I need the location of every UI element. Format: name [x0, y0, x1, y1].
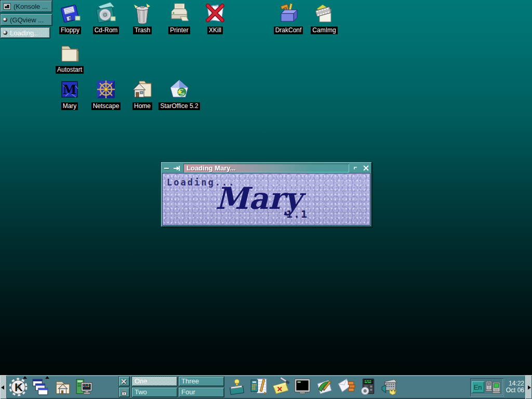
logout-button[interactable] [118, 376, 130, 387]
panel-launchers [228, 377, 399, 397]
desktop-icon-drakconf[interactable]: DrakConf [270, 2, 307, 34]
lock-screen-button[interactable] [118, 387, 130, 397]
help-book-icon [228, 377, 246, 396]
window-list-taskbar: (Konsole ... (GQview ... Loading... [0, 0, 52, 38]
desktop-icon-label: Cd-Rom [93, 26, 119, 34]
bullet-icon [3, 31, 7, 35]
logout-x-icon [121, 378, 128, 385]
ship-wheel-icon [95, 78, 117, 101]
keyboard-layout-indicator[interactable]: En [472, 381, 484, 393]
mail-button[interactable] [337, 377, 355, 397]
panel-hide-right-button[interactable] [525, 375, 532, 399]
floppy-icon [59, 2, 82, 25]
taskbar-item-label: (Konsole ... [14, 3, 48, 10]
desktop: (Konsole ... (GQview ... Loading... Flop… [0, 0, 532, 399]
desktop-icon-label: DrakConf [274, 26, 303, 34]
pager-desktop-three[interactable]: Three [178, 376, 224, 387]
sticky-pin-icon[interactable] [172, 164, 181, 172]
bullet-icon [3, 18, 7, 22]
desktop-icon-label: Netscape [91, 102, 121, 110]
folder-icon [58, 42, 81, 64]
arrow-right-icon [528, 385, 531, 390]
desktop-icon-netscape[interactable]: Netscape [88, 78, 124, 110]
window-title: Loading Mary... [183, 164, 349, 172]
desktop-icon-mary[interactable]: M Mary [51, 78, 88, 110]
menu-up-arrow-icon [23, 376, 27, 379]
desktop-icon-printer[interactable]: Printer [161, 2, 197, 34]
terminal-icon [3, 3, 11, 10]
clock-date: Oct 06 [506, 387, 524, 394]
editor-quill-icon [315, 377, 334, 396]
version-text: 1.1 [286, 208, 308, 220]
taskbar-item-konsole[interactable]: (Konsole ... [0, 0, 52, 12]
printer-icon [168, 2, 191, 25]
desktop-icon-label: Printer [168, 26, 190, 34]
home-folder-icon [54, 378, 72, 396]
editor-button[interactable] [315, 377, 334, 397]
desktop-icon-camimg[interactable]: CamImg [306, 2, 342, 34]
splash-content: Loading... Mary 1.1 [162, 173, 370, 225]
notes-button[interactable] [271, 377, 290, 397]
konsole-icon [293, 377, 312, 396]
desktop-icon-floppy[interactable]: Floppy [52, 2, 88, 34]
taskbar-item-label: Loading... [10, 29, 39, 37]
app-name-text: Mary [163, 181, 354, 216]
desktop-icon-label: StarOffice 5.2 [158, 102, 200, 110]
toolbox-icon [277, 2, 300, 25]
desktop-icon-staroffice[interactable]: StarOffice 5.2 [156, 78, 203, 110]
calculator-button[interactable] [249, 377, 268, 397]
menu-up-arrow-icon [45, 376, 49, 379]
taskbar-item-loading[interactable]: Loading... [0, 27, 50, 38]
desktop-icon-cdrom[interactable]: Cd-Rom [88, 2, 124, 34]
desktop-icon-label: Mary [61, 102, 78, 110]
panel-clock[interactable]: 14:22 Oct 06 [506, 380, 524, 394]
tray-frame: En [470, 378, 503, 396]
home-directory-button[interactable] [52, 377, 73, 397]
desktop-icon-label: XKill [207, 26, 223, 34]
calculator-icon [249, 377, 268, 396]
mini-button-column [118, 376, 130, 397]
k-menu-icon: K [9, 378, 28, 396]
staroffice-house-icon [168, 78, 191, 101]
mail-icon [337, 377, 355, 396]
taskbar-item-gqview[interactable]: (GQview ... [0, 14, 52, 26]
desktop-icon-autostart[interactable]: Autostart [51, 42, 88, 74]
k-menu-button[interactable]: K [8, 377, 29, 397]
pager-desktop-two[interactable]: Two [131, 387, 178, 397]
desktop-pager: One Two Three Four [131, 376, 224, 397]
close-icon[interactable] [362, 164, 370, 172]
windows-icon [31, 378, 50, 396]
panel-hide-left-button[interactable] [0, 375, 7, 399]
pager-desktop-four[interactable]: Four [178, 387, 224, 397]
loading-mary-window: Loading Mary... Loading... Mary 1.1 [161, 162, 372, 227]
help-button[interactable] [228, 377, 246, 397]
maximize-icon[interactable] [352, 164, 360, 172]
mary-m-icon: M [58, 78, 81, 101]
mixer-button[interactable] [380, 377, 399, 397]
desktop-icon-trash[interactable]: Trash [124, 2, 161, 34]
desktop-icon-label: Trash [133, 26, 152, 34]
pager-desktop-one[interactable]: One [131, 376, 178, 387]
desktop-icon-home[interactable]: Home [124, 78, 161, 110]
terminal-button[interactable] [293, 377, 312, 397]
window-list-button[interactable] [30, 377, 51, 397]
desktop-icon-xkill[interactable]: XKill [197, 2, 233, 34]
lock-icon [121, 389, 128, 396]
system-tray: En 14:22 Oct 06 [470, 376, 524, 398]
control-center-button[interactable] [74, 377, 95, 397]
network-computers-icon[interactable] [485, 380, 502, 394]
trash-icon [131, 2, 154, 25]
cd-player-icon [358, 377, 377, 396]
cd-player-button[interactable] [358, 377, 377, 397]
desktop-icon-label: Floppy [59, 26, 81, 34]
note-knife-icon [271, 377, 290, 396]
desktop-icon-label: Autostart [56, 66, 84, 74]
desktop-icon-label: CamImg [311, 26, 337, 34]
minimize-icon[interactable] [163, 164, 171, 172]
film-image-icon [313, 2, 336, 25]
house-folder-icon [131, 78, 154, 101]
arrow-left-icon [1, 385, 4, 390]
xkill-icon [204, 2, 227, 25]
titlebar[interactable]: Loading Mary... [162, 163, 370, 173]
svg-text:M: M [63, 82, 77, 97]
